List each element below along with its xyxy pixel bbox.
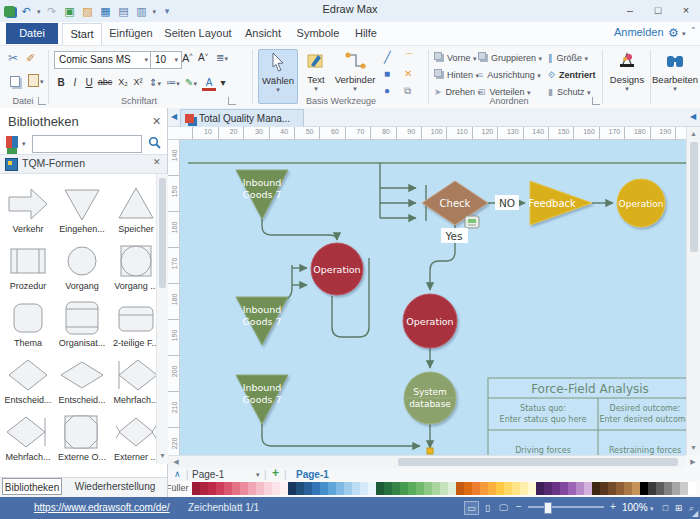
sidebar-tab-bibliotheken[interactable]: Bibliotheken — [2, 478, 62, 495]
color-swatch[interactable] — [424, 482, 432, 495]
color-swatch[interactable] — [536, 482, 544, 495]
library-section-close-icon[interactable]: ✕ — [153, 157, 161, 167]
color-swatch[interactable] — [208, 482, 216, 495]
color-swatch[interactable] — [320, 482, 328, 495]
color-swatch[interactable] — [552, 482, 560, 495]
color-swatch[interactable] — [448, 482, 456, 495]
save-as-caret-icon[interactable]: ▾ — [153, 8, 157, 15]
color-swatch[interactable] — [256, 482, 264, 495]
search-icon[interactable] — [148, 136, 161, 149]
color-swatch[interactable] — [288, 482, 296, 495]
shape-speicher[interactable]: Speicher — [112, 184, 160, 234]
color-swatch[interactable] — [600, 482, 608, 495]
copy-icon[interactable] — [10, 76, 20, 87]
zoom-out-button[interactable]: − — [516, 501, 522, 512]
sidebar-scroll-down-icon[interactable]: ▼ — [157, 450, 168, 462]
color-swatch[interactable] — [248, 482, 256, 495]
strikethrough-button[interactable]: abc — [96, 75, 114, 90]
color-swatch[interactable] — [576, 482, 584, 495]
schriftart-dialog-launcher-icon[interactable] — [228, 97, 236, 105]
format-painter-icon[interactable]: ✎ — [25, 53, 38, 62]
font-color-button[interactable]: A — [202, 77, 216, 91]
website-link[interactable]: https://www.edrawsoft.com/de/ — [34, 502, 170, 513]
library-search-input[interactable] — [32, 135, 142, 153]
color-swatch[interactable] — [688, 482, 696, 495]
node-system-database[interactable]: System database — [404, 372, 456, 424]
color-swatch[interactable] — [464, 482, 472, 495]
node-operation-1[interactable]: Operation — [311, 243, 363, 295]
color-swatch[interactable] — [528, 482, 536, 495]
color-swatch[interactable] — [632, 482, 640, 495]
page-view-icon[interactable]: ▯ — [480, 501, 495, 515]
color-swatch[interactable] — [472, 482, 480, 495]
app-logo-icon[interactable] — [4, 6, 15, 17]
designs-button[interactable]: Designs ▾ — [606, 49, 648, 102]
color-swatch[interactable] — [304, 482, 312, 495]
note-indicator-icon[interactable] — [465, 216, 479, 228]
color-swatch[interactable] — [440, 482, 448, 495]
page-dropdown[interactable]: Page-1 — [192, 468, 224, 481]
cross-points-tool-icon[interactable]: ✕ — [404, 68, 412, 79]
connector-endpoint[interactable] — [427, 448, 433, 454]
sidebar-scrollbar[interactable]: ▼ — [156, 174, 168, 464]
library-picker-caret-icon[interactable]: ▾ — [22, 140, 26, 147]
normal-view-icon[interactable]: ▭ — [464, 501, 479, 515]
zoom-slider-track[interactable] — [528, 506, 604, 508]
anordnen-dialog-launcher-icon[interactable] — [592, 97, 600, 105]
gear-caret-icon[interactable]: ▾ — [682, 30, 686, 37]
color-swatch[interactable] — [592, 482, 600, 495]
center-button[interactable]: ⟐Zentriert — [548, 68, 596, 83]
align-button[interactable]: ≡Ausrichtung ▾ — [478, 68, 541, 83]
node-operation-yellow[interactable]: Operation — [617, 179, 665, 227]
subscript-button[interactable]: X₂ — [116, 75, 130, 90]
new-document-icon[interactable]: ▣ — [63, 4, 77, 18]
print-icon[interactable]: ▤ — [117, 4, 131, 18]
collapse-right-panel-icon[interactable]: ◀ — [690, 112, 696, 121]
tab-datei[interactable]: Datei — [6, 23, 58, 44]
color-swatch[interactable] — [664, 482, 672, 495]
color-swatch[interactable] — [240, 482, 248, 495]
color-swatch[interactable] — [272, 482, 280, 495]
gear-icon[interactable]: ⚙ — [668, 26, 679, 40]
close-button[interactable]: × — [672, 0, 700, 21]
italic-button[interactable]: I — [68, 75, 82, 90]
paste-icon[interactable] — [28, 74, 39, 87]
size-button[interactable]: ∥Größe ▾ — [548, 51, 588, 66]
color-swatch[interactable] — [344, 482, 352, 495]
color-swatch[interactable] — [568, 482, 576, 495]
collapse-ribbon-icon[interactable]: ⌃ — [690, 26, 697, 35]
node-inbound-goods-2[interactable]: Inbound Goods 7 — [236, 297, 288, 345]
zoom-in-button[interactable]: + — [610, 501, 616, 512]
sign-in-link[interactable]: Anmelden — [614, 26, 664, 38]
color-swatch[interactable] — [296, 482, 304, 495]
color-swatch[interactable] — [224, 482, 232, 495]
color-swatch[interactable] — [488, 482, 496, 495]
tab-hilfe[interactable]: Hilfe — [348, 23, 384, 44]
drawing-canvas[interactable]: Inbound Goods 7 Inbound Goods 7 Inbound … — [180, 140, 686, 455]
library-picker-icon[interactable] — [6, 136, 18, 148]
color-swatch[interactable] — [432, 482, 440, 495]
color-swatch[interactable] — [616, 482, 624, 495]
color-swatch[interactable] — [312, 482, 320, 495]
page-tab-1[interactable]: Page-1 — [296, 468, 329, 481]
color-swatch[interactable] — [560, 482, 568, 495]
color-swatch[interactable] — [264, 482, 272, 495]
minimize-button[interactable]: – — [616, 0, 644, 21]
bullet-list-button[interactable]: ≔▾ — [166, 75, 180, 90]
connector-tool-button[interactable]: Verbinder ▾ — [334, 49, 376, 102]
scroll-right-icon[interactable]: ▶ — [687, 456, 699, 468]
shrink-font-button[interactable]: A˅ — [198, 52, 208, 63]
color-swatch[interactable] — [648, 482, 656, 495]
shape-verkehr[interactable]: Verkehr — [4, 184, 52, 234]
tab-einfuegen[interactable]: Einfügen — [104, 23, 158, 44]
resize-grip-icon[interactable]: ◢ — [692, 509, 698, 518]
send-back-button[interactable]: Hinten ▾ — [434, 68, 479, 83]
color-swatch[interactable] — [504, 482, 512, 495]
color-swatch[interactable] — [672, 482, 680, 495]
color-swatch[interactable] — [480, 482, 488, 495]
zoom-level[interactable]: 100% — [622, 502, 648, 513]
color-swatch[interactable] — [680, 482, 688, 495]
tab-ansicht[interactable]: Ansicht — [238, 23, 288, 44]
collapse-pages-icon[interactable]: ∧ — [174, 468, 181, 481]
tab-scroll-left-icon[interactable]: ◀ — [171, 112, 177, 121]
